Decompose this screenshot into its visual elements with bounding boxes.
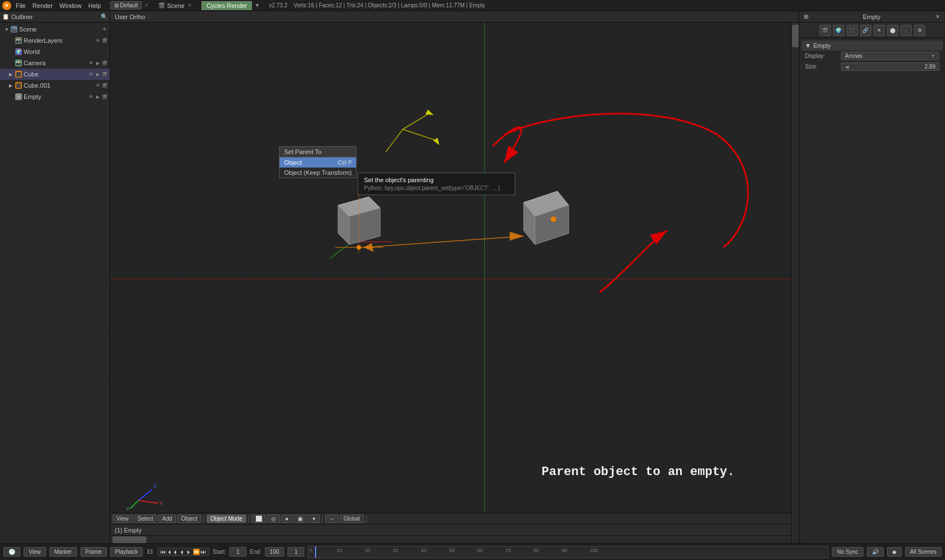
render-engine[interactable]: Cycles Render <box>201 1 252 10</box>
tb-object-btn[interactable]: Object <box>177 514 201 523</box>
prop-icon-constraints[interactable]: 🔗 <box>860 25 871 36</box>
outliner-item-empty[interactable]: ✕ Empty 👁 ▶ 🎬 <box>0 91 110 102</box>
viewport-scrollbar-right[interactable] <box>791 22 799 543</box>
outliner-icon: 📋 <box>2 13 9 20</box>
prop-icon-physics[interactable]: ⚙ <box>914 25 925 36</box>
properties-dropdown-icon[interactable]: ▼ <box>935 13 940 20</box>
scrollbar-thumb-right[interactable] <box>792 25 799 47</box>
cube001-render: 🎬 <box>102 83 107 88</box>
viewport-header: User Ortho <box>110 11 799 22</box>
cam-sel: ▶ <box>95 60 101 66</box>
scene-label-text: Scene <box>19 26 100 33</box>
end-value[interactable]: 100 <box>265 547 285 557</box>
svg-line-21 <box>403 129 436 141</box>
play-btn-last[interactable]: ⏭ <box>201 549 206 555</box>
sync-btn[interactable]: No Sync <box>832 547 863 557</box>
ctx-item-object[interactable]: Object Ctrl P <box>280 157 356 168</box>
tb-icon-viewport[interactable]: ⬜ <box>251 514 266 523</box>
tl-label-70: 70 <box>505 548 511 553</box>
end-label: End: <box>250 549 262 555</box>
bottom-view-btn[interactable]: View <box>24 547 46 557</box>
outliner-search[interactable]: 🔍 <box>101 13 107 20</box>
axis-indicator-svg: Z X Y <box>122 472 166 517</box>
tl-label-60: 60 <box>477 548 483 553</box>
ctx-item-object-keep[interactable]: Object (Keep Transform) <box>280 168 356 178</box>
menu-render[interactable]: Render <box>33 2 53 9</box>
empty-sel: ▶ <box>95 94 101 100</box>
bottom-frame-btn[interactable]: Frame <box>80 547 107 557</box>
menu-file[interactable]: File <box>16 2 26 9</box>
tb-icon-render[interactable]: ✦ <box>308 514 320 523</box>
context-menu: Set Parent To Object Ctrl P Object (Keep… <box>279 146 357 178</box>
viewport-status-text: (1) Empty <box>115 527 142 534</box>
editor-type[interactable]: ⊞ Default <box>110 1 142 10</box>
tb-pivot[interactable]: Global <box>340 514 364 523</box>
bottom-marker-btn[interactable]: Marker <box>50 547 77 557</box>
context-menu-items: Object Ctrl P Object (Keep Transform) <box>279 157 357 178</box>
tb-add-btn[interactable]: Add <box>158 514 176 523</box>
keyframe-btn[interactable]: ◆ <box>887 547 902 557</box>
tooltip-python: Python: bpy.ops.object.parent_set(type='… <box>364 185 509 191</box>
menu-help[interactable]: Help <box>88 2 101 9</box>
timeline-playhead[interactable] <box>315 547 316 558</box>
viewport-canvas[interactable]: Set Parent To Object Ctrl P Object (Keep… <box>110 22 791 535</box>
display-value[interactable]: Arrows ▼ <box>841 52 939 60</box>
frame-value[interactable]: 1 <box>287 547 304 557</box>
viewport[interactable]: User Ortho <box>110 11 799 543</box>
viewport-mode-label: User Ortho <box>115 13 145 20</box>
tl-label-30: 30 <box>393 548 398 553</box>
scrollbar-thumb-bottom[interactable] <box>112 536 146 543</box>
timeline-area[interactable]: 0 10 20 30 40 50 60 70 80 90 100 <box>308 546 829 558</box>
stats-info: v2.73.2 Verts:16 | Faces:12 | Tris:24 | … <box>269 2 485 8</box>
prop-icon-scene[interactable]: 🎬 <box>820 25 831 36</box>
outliner-item-camera[interactable]: 📸 Camera 👁 ▶ 🎬 <box>0 57 110 69</box>
bottom-editor-icon[interactable]: 🕐 <box>3 547 20 557</box>
viewport-toolbar: View Select Add Object Object Mode ⬜ ◎ ●… <box>110 513 791 524</box>
tl-label-40: 40 <box>421 548 426 553</box>
tb-icon-texture[interactable]: ▣ <box>294 514 307 523</box>
tb-select-btn[interactable]: Select <box>134 514 158 523</box>
svg-line-36 <box>138 489 152 500</box>
bottom-playback-btn[interactable]: Playback <box>110 547 143 557</box>
svg-text:X: X <box>159 500 163 506</box>
audio-btn[interactable]: 🔊 <box>867 547 884 557</box>
outliner-item-cube[interactable]: ▶ ⬛ Cube 👁 ▶ 🎬 <box>0 69 110 80</box>
tb-icon-solid[interactable]: ● <box>281 514 292 523</box>
size-row: Size: ◀ 2.89 <box>802 61 943 72</box>
prop-icon-object[interactable]: ⬛ <box>847 25 858 36</box>
play-btn-back[interactable]: ⏴ <box>179 549 185 555</box>
section-collapse[interactable]: ▼ <box>805 42 811 49</box>
properties-title-icon: ⊞ <box>804 13 808 20</box>
tb-icon-wire[interactable]: ◎ <box>267 514 280 523</box>
outliner-item-scene[interactable]: ▼ 🎬 Scene 👁 <box>0 24 110 35</box>
tb-view-btn[interactable]: View <box>112 514 133 523</box>
outliner-item-renderlayers[interactable]: 📷 RenderLayers 👁 🎬 <box>0 35 110 46</box>
cam-vis: 👁 <box>88 60 94 66</box>
properties-title: Empty <box>863 13 880 20</box>
size-value[interactable]: ◀ 2.89 <box>841 62 939 71</box>
cube-sel: ▶ <box>95 71 101 77</box>
prop-icon-data[interactable]: ✕ <box>874 25 885 36</box>
play-btn-ff[interactable]: ⏩ <box>193 549 200 555</box>
blender-logo: B <box>2 1 11 10</box>
cam-icons: 👁 ▶ 🎬 <box>88 60 110 66</box>
play-btn-fwd[interactable]: ⏵ <box>186 549 192 555</box>
cube-left-svg <box>330 191 386 253</box>
empty-label: Empty <box>24 93 87 100</box>
prop-icon-material[interactable]: ⬤ <box>887 25 898 36</box>
vis-icon: 👁 <box>102 26 107 32</box>
tb-manip[interactable]: ↔ <box>325 514 339 523</box>
outliner-item-world[interactable]: 🌍 World <box>0 46 110 57</box>
tb-mode-btn[interactable]: Object Mode <box>206 514 246 523</box>
prop-icon-particles[interactable]: · <box>901 25 912 36</box>
play-btn-first[interactable]: ⏮ <box>160 549 166 555</box>
outliner-item-cube001[interactable]: ▶ ⬛ Cube.001 👁 🎬 <box>0 80 110 91</box>
scene-scope-btn[interactable]: All Scenes <box>905 547 942 557</box>
prop-icon-world[interactable]: 🌍 <box>833 25 844 36</box>
empty-icon: ✕ <box>15 93 22 100</box>
start-value[interactable]: 1 <box>230 547 246 557</box>
viewport-scrollbar-bottom[interactable] <box>110 535 791 543</box>
camera-label: Camera <box>24 60 87 66</box>
play-btn-prev[interactable]: ⏴⏴ <box>167 549 178 555</box>
menu-window[interactable]: Window <box>60 2 82 9</box>
